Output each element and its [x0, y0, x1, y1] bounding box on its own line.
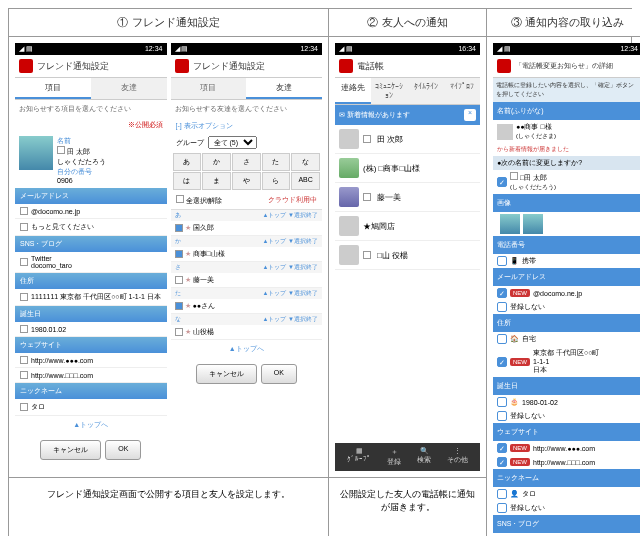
bday-row[interactable]: 1980.01.02	[15, 322, 167, 337]
friend-row[interactable]: ★●●さん	[171, 299, 323, 314]
bday-row[interactable]: 🎂1980-01-02	[493, 395, 640, 409]
status-bar: ◢ ▤12:34	[15, 43, 167, 55]
profile-name: 田 太郎	[67, 148, 90, 155]
col-3: ③ 通知内容の取り込み ◢ ▤12:34 「電話帳変更お知らせ」の詳細 電話帳に…	[487, 9, 640, 536]
cancel-button[interactable]: キャンセル	[196, 364, 257, 384]
phone-row[interactable]: 📱携帯	[493, 254, 640, 268]
profile-kana: しゃくだたろう	[57, 157, 163, 167]
web-row1[interactable]: http://www.●●●.com	[15, 353, 167, 368]
key[interactable]: か	[202, 153, 231, 171]
mail-row2[interactable]: 登録しない	[493, 300, 640, 314]
app-title: フレンド通知設定	[37, 60, 109, 73]
section-sns: SNS・ブログ	[15, 236, 167, 252]
web-row2[interactable]: http://www.□□□.com	[15, 368, 167, 383]
col-1-header: ① フレンド通知設定	[9, 9, 328, 37]
friend-list: あ▲トップ ▼選択終了 ★国久郎 か▲トップ ▼選択終了 ★商事□山様 さ▲トッ…	[171, 209, 323, 340]
mail-row2[interactable]: もっと見てください	[15, 219, 167, 236]
nick-row[interactable]: タロ	[15, 399, 167, 416]
avatar-icon	[497, 124, 513, 140]
profile-block: 名前 田 太郎 しゃくだたろう 自分の番号 0906	[15, 132, 167, 188]
phone-friends: ◢ ▤12:34 フレンド通知設定 項目 友達 お知らせする友達を選んでください…	[171, 43, 323, 471]
key[interactable]: や	[232, 172, 261, 190]
tab[interactable]: ｺﾐｭﾆｹｰｼｮﾝ	[371, 78, 407, 104]
group-select[interactable]: 全て (5)	[208, 136, 257, 149]
nick-reg-row[interactable]: 登録しない	[493, 501, 640, 515]
bottom-bar: ▦ｸﾞﾙｰﾌﾟ ＋登録 🔍検索 ⋮その他	[335, 443, 480, 471]
section-bday: 誕生日	[15, 306, 167, 322]
bday-reg-row[interactable]: 登録しない	[493, 409, 640, 423]
app-logo-icon	[175, 59, 189, 73]
button-row: キャンセル OK	[171, 358, 323, 390]
section-sns: SNS・ブログ	[493, 515, 640, 533]
top-link[interactable]: ▲トップへ	[15, 416, 167, 434]
from-text: から新着情報が届きました	[493, 143, 640, 156]
bottom-icon[interactable]: ⋮その他	[447, 447, 468, 467]
image-thumb-icon	[500, 214, 520, 234]
image-row[interactable]	[493, 212, 640, 236]
tab[interactable]: ﾀｲﾑﾗｲﾝ	[408, 78, 444, 104]
addr-row[interactable]: NEW東京都 千代田区○○町 1-1-1 日本	[493, 346, 640, 377]
select-all-checkbox[interactable]	[176, 195, 184, 203]
app-logo-icon	[497, 59, 511, 73]
contact-row[interactable]: ★鳩岡店	[335, 212, 480, 241]
tab-items[interactable]: 項目	[15, 78, 91, 99]
key[interactable]: あ	[173, 153, 202, 171]
tab-friends[interactable]: 友達	[91, 78, 167, 99]
bottom-icon[interactable]: 🔍検索	[417, 447, 431, 467]
tab[interactable]: ﾏｲﾌﾟﾛﾌ	[444, 78, 480, 104]
key[interactable]: ABC	[291, 172, 320, 190]
tab-friends[interactable]: 友達	[246, 78, 322, 99]
friend-row[interactable]: ★山役楊	[171, 325, 323, 340]
key[interactable]: は	[173, 172, 202, 190]
section-nick: ニックネーム	[15, 383, 167, 399]
avatar-icon	[339, 187, 359, 207]
friend-row[interactable]: ★藤一美	[171, 273, 323, 288]
phone-phonebook: ◢ ▤16:34 電話帳 連絡先 ｺﾐｭﾆｹｰｼｮﾝ ﾀｲﾑﾗｲﾝ ﾏｲﾌﾟﾛﾌ…	[335, 43, 480, 471]
newname-row[interactable]: □田 太郎(しゃくだたろう)	[493, 170, 640, 194]
bottom-icon[interactable]: ＋登録	[387, 447, 401, 467]
avatar-icon	[339, 216, 359, 236]
web-row2[interactable]: NEWhttp://www.□□□.com	[493, 455, 640, 469]
app-title: 電話帳	[357, 60, 384, 73]
key[interactable]: さ	[232, 153, 261, 171]
key[interactable]: な	[291, 153, 320, 171]
phone-detail: ◢ ▤12:34 「電話帳変更お知らせ」の詳細 電話帳に登録したい内容を選択し、…	[493, 43, 640, 536]
app-bar: 電話帳	[335, 55, 480, 78]
key[interactable]: た	[262, 153, 291, 171]
display-options[interactable]: [-] 表示オプション	[171, 118, 323, 134]
web-row1[interactable]: NEWhttp://www.●●●.com	[493, 441, 640, 455]
key[interactable]: ま	[202, 172, 231, 190]
tab[interactable]: 連絡先	[335, 78, 371, 104]
ok-button[interactable]: OK	[105, 440, 141, 460]
friend-row[interactable]: ★国久郎	[171, 221, 323, 236]
section-phone: 電話番号	[493, 236, 640, 254]
contact-row[interactable]: 田 次郎	[335, 125, 480, 154]
name-checkbox[interactable]	[57, 146, 65, 154]
index-keyboard: あかさたな はまやらABC	[171, 151, 323, 192]
sns-row[interactable]: Twitterdocomo_taro	[15, 252, 167, 273]
close-icon[interactable]: ×	[464, 109, 476, 121]
tab-items[interactable]: 項目	[171, 78, 247, 99]
col-3-header: ③ 通知内容の取り込み	[487, 9, 640, 37]
ok-button[interactable]: OK	[261, 364, 297, 384]
mail-row[interactable]: @docomo.ne.jp	[15, 204, 167, 219]
avatar-icon	[339, 245, 359, 265]
avatar-icon	[339, 129, 359, 149]
bottom-icon[interactable]: ▦ｸﾞﾙｰﾌﾟ	[347, 447, 371, 467]
addr-home-row[interactable]: 🏠自宅	[493, 332, 640, 346]
contact-row[interactable]: □山 役楊	[335, 241, 480, 270]
app-title: 「電話帳変更お知らせ」の詳細	[515, 61, 613, 71]
new-info-banner[interactable]: ✉ 新着情報があります×	[335, 105, 480, 125]
nick-row[interactable]: 👤タロ	[493, 487, 640, 501]
top-link[interactable]: ▲トップへ	[171, 340, 323, 358]
section-nick: ニックネーム	[493, 469, 640, 487]
contact-row[interactable]: (株) □商事□山様	[335, 154, 480, 183]
friend-row[interactable]: ★商事□山様	[171, 247, 323, 262]
tabs-row: 連絡先 ｺﾐｭﾆｹｰｼｮﾝ ﾀｲﾑﾗｲﾝ ﾏｲﾌﾟﾛﾌ	[335, 78, 480, 105]
mail-row[interactable]: NEW@docomo.ne.jp	[493, 286, 640, 300]
key[interactable]: ら	[262, 172, 291, 190]
cancel-button[interactable]: キャンセル	[40, 440, 101, 460]
section-mail: メールアドレス	[15, 188, 167, 204]
addr-row[interactable]: 1111111 東京都 千代田区○○町 1-1-1 日本	[15, 289, 167, 306]
contact-row[interactable]: 藤一美	[335, 183, 480, 212]
